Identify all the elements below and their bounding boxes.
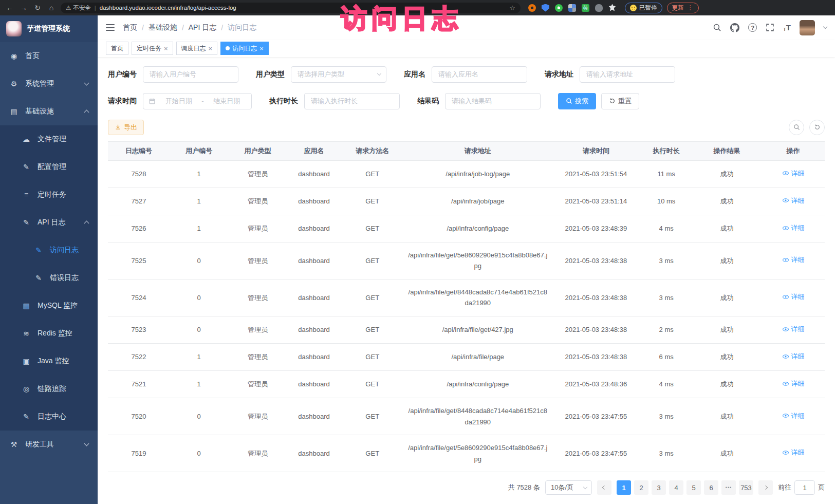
- sidebar-item-redis-monitor[interactable]: ≋ Redis 监控: [0, 320, 98, 347]
- goto-page-input[interactable]: [794, 480, 815, 495]
- cell-request-url: /api/infra/config/page: [404, 215, 551, 242]
- sidebar-item-config-manage[interactable]: ✎ 配置管理: [0, 153, 98, 181]
- user-id-input[interactable]: [143, 66, 238, 83]
- user-type-select[interactable]: 请选择用户类型: [291, 66, 386, 83]
- detail-link[interactable]: 详细: [782, 378, 805, 389]
- cell-action: 详细: [762, 215, 825, 242]
- forward-icon[interactable]: →: [19, 4, 28, 12]
- bookmark-star-icon[interactable]: ☆: [509, 4, 515, 12]
- sidebar-item-infrastructure[interactable]: ▤ 基础设施: [0, 98, 98, 125]
- cell-user-type: 管理员: [228, 188, 287, 215]
- not-secure-warning[interactable]: ⚠ 不安全: [66, 4, 91, 12]
- refresh-table-button[interactable]: [809, 120, 825, 135]
- search-button[interactable]: 搜索: [558, 93, 596, 109]
- sidebar-item-home[interactable]: ◉ 首页: [0, 42, 98, 70]
- detail-link[interactable]: 详细: [782, 324, 805, 334]
- task-list-icon: ≡: [22, 191, 31, 199]
- sidebar-item-system[interactable]: ⚙ 系统管理: [0, 70, 98, 98]
- page-button[interactable]: 2: [634, 480, 648, 495]
- request-url-input[interactable]: [580, 66, 675, 83]
- cell-user-id: 0: [170, 316, 228, 343]
- tab-access-log[interactable]: 访问日志 ×: [220, 42, 269, 55]
- sidebar-item-error-log[interactable]: ✎ 错误日志: [0, 264, 98, 292]
- eye-icon: [782, 380, 789, 387]
- update-button[interactable]: 更新 ⋮: [667, 3, 699, 13]
- menu-kebab-icon[interactable]: ⋮: [688, 4, 694, 11]
- breadcrumb-home[interactable]: 首页: [123, 23, 137, 32]
- reload-icon[interactable]: ↻: [33, 4, 42, 12]
- home-icon[interactable]: ⌂: [47, 4, 56, 12]
- sidebar-item-trace[interactable]: ◎ 链路追踪: [0, 375, 98, 403]
- eye-icon: [782, 293, 789, 301]
- sidebar-item-api-log[interactable]: ✎ API 日志: [0, 209, 98, 236]
- font-size-icon[interactable]: TT: [783, 23, 791, 32]
- prev-page-button[interactable]: [597, 480, 611, 495]
- font-large-glyph: T: [786, 23, 791, 32]
- back-icon[interactable]: ←: [5, 4, 14, 12]
- page-button[interactable]: 3: [652, 480, 666, 495]
- sidebar-item-log-center[interactable]: ✎ 日志中心: [0, 403, 98, 431]
- show-search-button[interactable]: [789, 120, 804, 135]
- avatar[interactable]: [800, 20, 815, 35]
- sidebar-item-scheduled-task[interactable]: ≡ 定时任务: [0, 181, 98, 209]
- sidebar-item-mysql-monitor[interactable]: ▦ MySQL 监控: [0, 292, 98, 320]
- hamburger-icon[interactable]: [106, 24, 115, 31]
- tab-scheduled-task[interactable]: 定时任务 ×: [132, 42, 173, 55]
- page-button[interactable]: 5: [686, 480, 701, 495]
- detail-link[interactable]: 详细: [782, 168, 805, 179]
- help-icon[interactable]: ?: [748, 23, 757, 32]
- detail-link[interactable]: 详细: [782, 291, 805, 302]
- sidebar-item-file-manage[interactable]: ☁ 文件管理: [0, 125, 98, 153]
- close-icon[interactable]: ×: [259, 45, 264, 52]
- extension-ghost-icon[interactable]: [595, 4, 603, 12]
- detail-link[interactable]: 详细: [782, 447, 805, 458]
- app-name-input[interactable]: [432, 66, 527, 83]
- breadcrumb-api-log[interactable]: API 日志: [189, 23, 216, 32]
- detail-link[interactable]: 详细: [782, 254, 805, 265]
- extension-shield-icon[interactable]: [542, 4, 549, 12]
- search-icon[interactable]: [713, 23, 721, 32]
- github-icon[interactable]: [730, 23, 739, 32]
- cell-log-id: 7523: [108, 316, 170, 343]
- sidebar-item-java-monitor[interactable]: ▣ Java 监控: [0, 347, 98, 375]
- tab-schedule-log[interactable]: 调度日志 ×: [176, 42, 218, 55]
- page-ellipsis[interactable]: •••: [721, 480, 736, 495]
- detail-link[interactable]: 详细: [782, 351, 805, 362]
- paused-pill[interactable]: 已暂停: [625, 3, 662, 13]
- close-icon[interactable]: ×: [209, 45, 213, 52]
- detail-link[interactable]: 详细: [782, 222, 805, 233]
- detail-link[interactable]: 详细: [782, 410, 805, 421]
- page-size-select[interactable]: 10条/页: [545, 480, 592, 495]
- extension-grid-icon[interactable]: [568, 4, 576, 12]
- avatar-caret-icon[interactable]: [823, 25, 827, 29]
- page-button[interactable]: 1: [617, 480, 631, 495]
- sidebar-item-dev-tools[interactable]: ⚒ 研发工具: [0, 431, 98, 458]
- detail-link[interactable]: 详细: [782, 195, 805, 206]
- date-range-picker[interactable]: 开始日期 - 结束日期: [143, 93, 252, 109]
- sidebar-item-access-log[interactable]: ✎ 访问日志: [0, 236, 98, 264]
- page-button[interactable]: 4: [669, 480, 683, 495]
- duration-input[interactable]: [304, 93, 400, 109]
- extension-green-icon[interactable]: [555, 4, 563, 12]
- extension-meng-icon[interactable]: 萌: [582, 4, 589, 12]
- export-button[interactable]: 导出: [108, 120, 144, 135]
- page-button[interactable]: 6: [704, 480, 718, 495]
- detail-label: 详细: [791, 378, 805, 389]
- extension-paw-icon[interactable]: [608, 4, 616, 12]
- extension-donut-icon[interactable]: [528, 4, 536, 12]
- address-bar[interactable]: ⚠ 不安全 | dashboard.yudao.iocoder.cn/infra…: [61, 3, 521, 13]
- detail-label: 详细: [791, 324, 805, 334]
- edit-icon: ✎: [22, 163, 31, 171]
- tab-home[interactable]: 首页: [106, 42, 128, 55]
- page-button[interactable]: 753: [739, 480, 753, 495]
- next-page-button[interactable]: [758, 480, 773, 495]
- fullscreen-icon[interactable]: [766, 23, 774, 32]
- result-code-input[interactable]: [445, 93, 541, 109]
- cell-duration: 11 ms: [640, 160, 692, 188]
- cell-user-type: 管理员: [228, 215, 287, 242]
- tags-bar: 首页 定时任务 × 调度日志 × 访问日志 ×: [98, 40, 835, 57]
- access-log-icon: ✎: [34, 246, 43, 254]
- reset-button[interactable]: 重置: [601, 93, 639, 109]
- breadcrumb-infrastructure[interactable]: 基础设施: [149, 23, 177, 32]
- close-icon[interactable]: ×: [164, 45, 168, 52]
